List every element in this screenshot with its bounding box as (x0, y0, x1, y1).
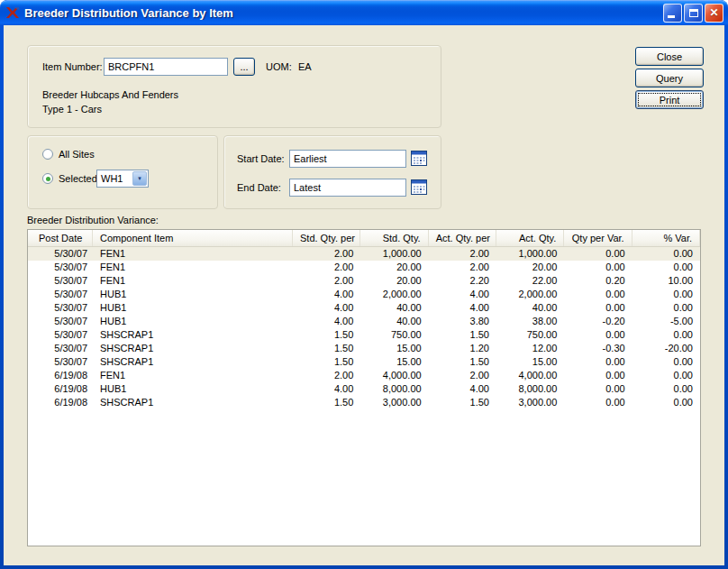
table-cell: 4.00 (429, 301, 496, 315)
table-cell: 4.00 (429, 288, 496, 301)
table-cell: FEN1 (93, 247, 293, 261)
table-cell: 20.00 (360, 274, 428, 288)
end-date-label: End Date: (237, 182, 281, 193)
table-cell: 15.00 (360, 355, 428, 369)
column-header[interactable]: Act. Qty. per (429, 230, 496, 246)
table-cell: 6/19/08 (28, 369, 93, 382)
table-cell: 5/30/07 (28, 274, 93, 288)
table-cell: 5/30/07 (28, 247, 93, 261)
start-date-label: Start Date: (237, 153, 285, 164)
browse-button[interactable]: ... (233, 58, 255, 76)
table-cell: 1.50 (293, 328, 360, 342)
table-row[interactable]: 5/30/07HUB14.0040.004.0040.000.000.00 (28, 301, 700, 315)
item-type: Type 1 - Cars (42, 104, 102, 115)
table-cell: 40.00 (360, 315, 428, 328)
print-button[interactable]: Print (635, 90, 704, 109)
table-header-row: Post DateComponent ItemStd. Qty. perStd.… (28, 230, 700, 247)
table-cell: 0.00 (632, 396, 700, 409)
table-cell: 1.50 (429, 396, 496, 409)
site-dropdown[interactable]: WH1 ▼ (96, 170, 149, 188)
table-cell: 4.00 (293, 301, 360, 315)
table-cell: 0.00 (564, 382, 632, 396)
start-date-input[interactable] (289, 150, 406, 168)
table-row[interactable]: 6/19/08SHSCRAP11.503,000.001.503,000.000… (28, 396, 700, 409)
table-cell: 0.00 (632, 247, 700, 261)
window-frame: Item Number: ... UOM: EA Breeder Hubcaps… (0, 25, 728, 569)
item-number-input[interactable] (104, 58, 228, 76)
table-cell: 1.50 (429, 328, 496, 342)
maximize-button[interactable] (684, 4, 703, 23)
column-header[interactable]: Post Date (28, 230, 93, 246)
table-cell: 0.00 (564, 288, 632, 301)
table-cell: 8,000.00 (496, 382, 564, 396)
dates-groupbox: Start Date: End Date: (223, 135, 441, 209)
table-row[interactable]: 6/19/08HUB14.008,000.004.008,000.000.000… (28, 382, 700, 396)
calendar-icon (411, 179, 427, 195)
table-row[interactable]: 5/30/07HUB14.0040.003.8038.00-0.20-5.00 (28, 315, 700, 328)
table-cell: -0.20 (564, 315, 632, 328)
table-row[interactable]: 5/30/07FEN12.0020.002.2022.000.2010.00 (28, 274, 700, 288)
table-cell: -5.00 (632, 315, 700, 328)
table-cell: 5/30/07 (28, 288, 93, 301)
table-row[interactable]: 5/30/07FEN12.0020.002.0020.000.000.00 (28, 261, 700, 274)
table-cell: 750.00 (496, 328, 564, 342)
table-cell: HUB1 (93, 288, 293, 301)
query-button[interactable]: Query (635, 69, 704, 87)
table-cell: 12.00 (496, 342, 564, 355)
table-body: 5/30/07FEN12.001,000.002.001,000.000.000… (28, 247, 700, 409)
table-cell: 4.00 (293, 315, 360, 328)
table-row[interactable]: 5/30/07SHSCRAP11.5015.001.2012.00-0.30-2… (28, 342, 700, 355)
minimize-button[interactable] (663, 4, 682, 23)
table-row[interactable]: 5/30/07SHSCRAP11.50750.001.50750.000.000… (28, 328, 700, 342)
table-cell: 2.00 (429, 261, 496, 274)
table-cell: 750.00 (360, 328, 428, 342)
table-cell: -20.00 (632, 342, 700, 355)
column-header[interactable]: Std. Qty. per (293, 230, 360, 246)
table-row[interactable]: 6/19/08FEN12.004,000.002.004,000.000.000… (28, 369, 700, 382)
column-header[interactable]: % Var. (632, 230, 700, 246)
selected-sites-radio[interactable] (42, 173, 53, 184)
end-date-calendar-button[interactable] (410, 179, 428, 197)
table-cell: 40.00 (496, 301, 564, 315)
all-sites-radio[interactable] (42, 149, 53, 160)
table-cell: 2.00 (429, 247, 496, 261)
table-cell: 4.00 (293, 382, 360, 396)
uom-label: UOM: (266, 61, 292, 72)
minimize-icon (668, 15, 675, 18)
table-cell: 0.00 (632, 382, 700, 396)
site-dropdown-value: WH1 (97, 173, 132, 184)
table-cell: 1,000.00 (496, 247, 564, 261)
table-cell: HUB1 (93, 315, 293, 328)
table-row[interactable]: 5/30/07FEN12.001,000.002.001,000.000.000… (28, 247, 700, 261)
table-cell: 15.00 (496, 355, 564, 369)
table-cell: 1.50 (293, 355, 360, 369)
column-header[interactable]: Qty per Var. (564, 230, 632, 246)
close-window-button[interactable]: ✕ (705, 4, 723, 23)
table-cell: FEN1 (93, 261, 293, 274)
table-cell: 5/30/07 (28, 355, 93, 369)
table-row[interactable]: 5/30/07HUB14.002,000.004.002,000.000.000… (28, 288, 700, 301)
table-cell: SHSCRAP1 (93, 355, 293, 369)
table-cell: 1.50 (293, 396, 360, 409)
column-header[interactable]: Act. Qty. (496, 230, 564, 246)
all-sites-label: All Sites (59, 149, 95, 160)
table-cell: 6/19/08 (28, 382, 93, 396)
start-date-calendar-button[interactable] (410, 151, 428, 168)
table-cell: 4.00 (293, 288, 360, 301)
close-icon: ✕ (709, 7, 718, 18)
selected-sites-label: Selected: (59, 173, 100, 184)
titlebar: Breeder Distribution Variance by Item ✕ (0, 0, 728, 25)
selected-sites-option: Selected: (42, 173, 100, 184)
table-row[interactable]: 5/30/07SHSCRAP11.5015.001.5015.000.000.0… (28, 355, 700, 369)
column-header[interactable]: Std. Qty. (360, 230, 428, 246)
table-cell: 4,000.00 (496, 369, 564, 382)
close-button[interactable]: Close (635, 47, 704, 66)
calendar-icon (411, 151, 427, 166)
item-number-label: Item Number: (42, 61, 103, 72)
table-cell: 2.00 (293, 261, 360, 274)
table-cell: 0.00 (632, 288, 700, 301)
column-header[interactable]: Component Item (93, 230, 293, 246)
end-date-input[interactable] (289, 179, 406, 197)
table-cell: 20.00 (496, 261, 564, 274)
item-description: Breeder Hubcaps And Fenders (42, 89, 178, 100)
